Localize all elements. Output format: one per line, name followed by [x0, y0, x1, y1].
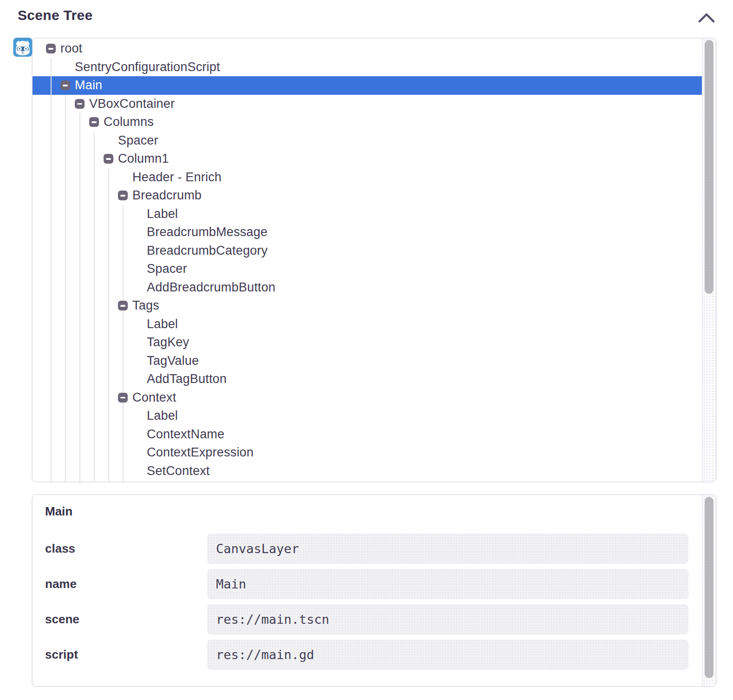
tree-node-label: Spacer	[118, 133, 158, 148]
collapse-node-icon[interactable]	[89, 117, 99, 127]
details-scrollbar[interactable]	[702, 495, 716, 686]
tree-node-label: SentryConfigurationScript	[75, 60, 220, 74]
tree-node[interactable]: Main	[33, 76, 702, 95]
tree-node[interactable]: BreadcrumbCategory	[33, 242, 702, 260]
tree-node[interactable]: root	[33, 40, 702, 58]
detail-field-label: scene	[45, 612, 207, 627]
tree-node[interactable]: Spacer	[33, 260, 702, 278]
tree-node-label: Columns	[104, 115, 154, 129]
tree-node[interactable]: TagValue	[33, 352, 702, 370]
tree-scrollbar[interactable]	[702, 39, 716, 482]
detail-field-row: class CanvasLayer	[45, 534, 688, 564]
tree-node-label: AddTagButton	[147, 372, 227, 386]
detail-field-row: scene res://main.tscn	[45, 604, 688, 634]
tree-node[interactable]: AddTagButton	[33, 370, 702, 389]
tree-node[interactable]: ContextName	[33, 425, 702, 444]
node-details-panel: Main class CanvasLayer name Main scene r…	[32, 494, 717, 687]
tree-node[interactable]: Header - Enrich	[33, 168, 702, 187]
detail-field-row: script res://main.gd	[45, 640, 688, 670]
tree-node[interactable]: Column1	[33, 150, 702, 168]
detail-field-label: class	[45, 542, 207, 556]
detail-field-label: script	[45, 647, 207, 662]
tree-node[interactable]: TagKey	[33, 333, 702, 352]
details-scrollbar-thumb[interactable]	[705, 497, 713, 678]
tree-node-label: ContextExpression	[147, 445, 254, 460]
tree-node[interactable]: Label	[33, 315, 702, 334]
tree-node-label: root	[60, 41, 82, 56]
tree-node-label: TagKey	[147, 335, 189, 350]
detail-field-value: res://main.tscn	[207, 604, 688, 634]
tree-node[interactable]: AddBreadcrumbButton	[33, 278, 702, 297]
detail-field-value: Main	[207, 569, 688, 599]
scene-tree-page: Scene Tree root SentryConfigurationScrip…	[0, 0, 733, 700]
detail-field-value: res://main.gd	[207, 640, 688, 670]
tree-node-label: BreadcrumbMessage	[147, 225, 268, 239]
chevron-up-icon[interactable]	[697, 11, 716, 25]
tree-node[interactable]: BreadcrumbMessage	[33, 223, 702, 242]
scene-tree: root SentryConfigurationScript Main VBox…	[33, 39, 702, 482]
tree-node[interactable]: SentryConfigurationScript	[33, 58, 702, 77]
tree-node[interactable]: Columns	[33, 113, 702, 132]
scene-tree-panel: root SentryConfigurationScript Main VBox…	[32, 38, 717, 482]
page-title: Scene Tree	[18, 7, 92, 23]
tree-node-label: Column1	[118, 152, 169, 166]
tree-node[interactable]: Label	[33, 205, 702, 224]
tree-node-label: Label	[147, 207, 178, 221]
tree-node-label: SetContext	[147, 464, 210, 478]
tree-scrollbar-thumb[interactable]	[705, 40, 713, 294]
collapse-node-icon[interactable]	[104, 154, 113, 164]
tree-node-label: Spacer	[147, 262, 187, 276]
tree-node-label: AddBreadcrumbButton	[147, 280, 275, 295]
tree-node[interactable]: Context	[33, 389, 702, 407]
tree-node[interactable]: Breadcrumb	[33, 186, 702, 205]
collapse-node-icon[interactable]	[118, 191, 128, 200]
tree-node-label: Context	[132, 390, 176, 405]
tree-node-label: Breadcrumb	[132, 188, 202, 203]
tree-node[interactable]: Label	[33, 407, 702, 425]
tree-node-label: Header - Enrich	[132, 170, 222, 185]
detail-field-label: name	[45, 577, 207, 591]
tree-node[interactable]: ContextExpression	[33, 443, 702, 462]
tree-node-label: VBoxContainer	[89, 97, 175, 111]
collapse-node-icon[interactable]	[46, 44, 56, 53]
detail-field-row: name Main	[45, 569, 688, 599]
tree-node[interactable]: VBoxContainer	[33, 95, 702, 113]
tree-node[interactable]: Spacer	[33, 132, 702, 150]
tree-node-label: Tags	[132, 298, 159, 313]
detail-field-value: CanvasLayer	[207, 534, 688, 564]
tree-node-label: BreadcrumbCategory	[147, 244, 268, 258]
collapse-node-icon[interactable]	[60, 80, 70, 90]
tree-node-label: ContextName	[147, 427, 224, 442]
tree-node[interactable]: SetContext	[33, 462, 702, 481]
godot-engine-icon	[13, 38, 33, 57]
tree-node-label: Label	[147, 409, 178, 423]
tree-node[interactable]: Tags	[33, 297, 702, 315]
collapse-node-icon[interactable]	[75, 99, 85, 109]
collapse-node-icon[interactable]	[118, 301, 128, 310]
details-title: Main	[45, 504, 72, 519]
collapse-node-icon[interactable]	[118, 393, 128, 403]
tree-node-label: Main	[75, 78, 102, 92]
tree-node-label: TagValue	[147, 354, 199, 368]
tree-node-label: Label	[147, 317, 178, 331]
